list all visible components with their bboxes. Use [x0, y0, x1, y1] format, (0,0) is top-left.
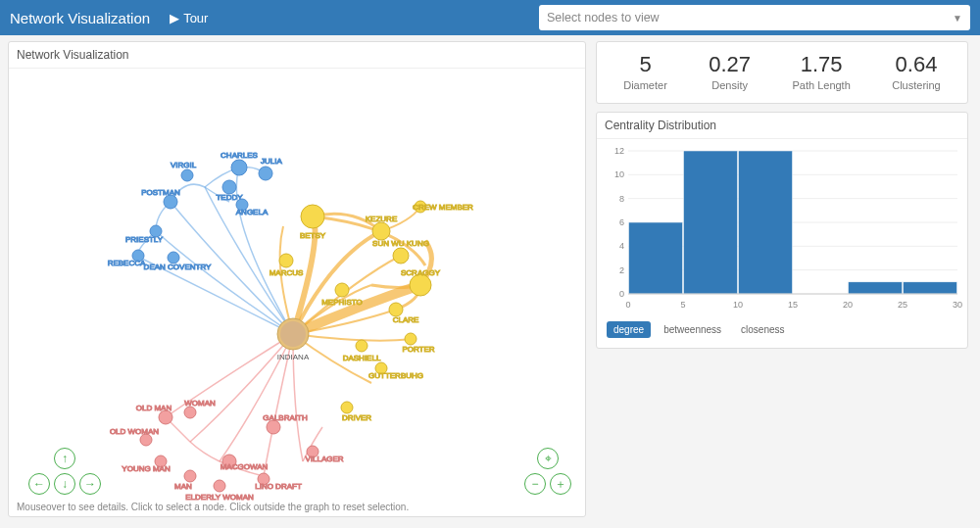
- svg-text:CHARLES: CHARLES: [220, 151, 258, 160]
- svg-text:DEAN COVENTRY: DEAN COVENTRY: [144, 263, 212, 271]
- svg-text:OLD WOMAN: OLD WOMAN: [110, 427, 159, 436]
- centrality-histogram: 024681012051015202530: [603, 145, 963, 312]
- zoom-in-button[interactable]: ＋: [550, 473, 571, 495]
- zoom-controls: ⌖ − ＋: [524, 448, 571, 495]
- svg-text:LINO DRAFT: LINO DRAFT: [255, 482, 302, 491]
- svg-point-42: [341, 402, 353, 413]
- svg-point-6: [222, 180, 236, 194]
- svg-text:DASHIELL: DASHIELL: [343, 354, 381, 362]
- graph-node[interactable]: GALBRAITH: [263, 413, 308, 434]
- graph-node[interactable]: MEPHISTO: [321, 283, 363, 307]
- graph-node[interactable]: DRIVER: [341, 402, 371, 422]
- graph-node[interactable]: BETSY: [300, 205, 326, 240]
- graph-node[interactable]: OLD MAN: [136, 404, 172, 424]
- graph-node[interactable]: MAN: [174, 470, 196, 491]
- graph-node[interactable]: POSTMAN: [141, 188, 180, 209]
- svg-point-34: [389, 303, 403, 316]
- svg-text:MARCUS: MARCUS: [270, 268, 304, 277]
- node-select-placeholder: Select nodes to view: [547, 11, 953, 24]
- svg-text:JULIA: JULIA: [261, 157, 282, 166]
- pan-left-button[interactable]: ←: [28, 473, 50, 495]
- svg-text:VIRGIL: VIRGIL: [171, 161, 197, 169]
- svg-text:PRIESTLY: PRIESTLY: [125, 235, 164, 244]
- graph-node[interactable]: DEAN COVENTRY: [144, 252, 212, 271]
- svg-text:POSTMAN: POSTMAN: [141, 188, 180, 197]
- fit-button[interactable]: ⌖: [537, 448, 559, 469]
- svg-text:10: 10: [733, 300, 743, 310]
- graph-node[interactable]: MARCUS: [270, 254, 304, 277]
- svg-text:CLARE: CLARE: [393, 315, 419, 324]
- svg-text:DRIVER: DRIVER: [342, 413, 371, 422]
- page-title: Network Visualization: [10, 10, 150, 26]
- svg-rect-80: [739, 151, 793, 294]
- svg-text:MACGOWAN: MACGOWAN: [220, 462, 269, 471]
- metric-degree-tab[interactable]: degree: [607, 321, 651, 338]
- chevron-down-icon: ▼: [953, 13, 962, 24]
- node-label: INDIANA: [277, 353, 310, 361]
- play-icon: ▶: [170, 11, 179, 25]
- svg-point-8: [181, 169, 193, 181]
- tour-button[interactable]: ▶ Tour: [170, 11, 208, 25]
- svg-rect-81: [849, 282, 903, 294]
- graph-node-center[interactable]: INDIANA: [277, 318, 310, 361]
- svg-point-44: [159, 410, 172, 424]
- svg-text:SUN WU KUNG: SUN WU KUNG: [372, 239, 429, 248]
- graph-node[interactable]: TEDDY: [216, 180, 243, 202]
- tour-label: Tour: [183, 11, 208, 25]
- centrality-panel: Centrality Distribution 0246810120510152…: [596, 112, 968, 349]
- svg-text:BETSY: BETSY: [300, 231, 326, 240]
- svg-text:0: 0: [625, 300, 630, 310]
- svg-point-20: [301, 205, 324, 228]
- graph-node[interactable]: OLD WOMAN: [110, 427, 159, 446]
- fit-icon: ⌖: [545, 452, 552, 465]
- arrow-right-icon: →: [84, 477, 96, 491]
- graph-node[interactable]: YOUNG MAN: [122, 456, 171, 473]
- graph-node[interactable]: DASHIELL: [343, 340, 381, 362]
- svg-text:0: 0: [619, 289, 624, 299]
- metric-betweenness-tab[interactable]: betweenness: [657, 321, 728, 338]
- svg-point-1: [280, 321, 306, 347]
- minus-icon: −: [531, 477, 538, 491]
- svg-point-32: [410, 274, 431, 296]
- svg-point-2: [231, 160, 247, 175]
- graph-node[interactable]: VIRGIL: [171, 161, 197, 181]
- graph-node[interactable]: WOMAN: [184, 399, 216, 418]
- svg-text:REBECCA: REBECCA: [108, 259, 146, 267]
- node-select-dropdown[interactable]: Select nodes to view ▼: [539, 5, 970, 30]
- zoom-out-button[interactable]: −: [524, 473, 546, 495]
- svg-text:YOUNG MAN: YOUNG MAN: [122, 464, 171, 473]
- svg-point-12: [164, 195, 177, 209]
- graph-node[interactable]: CREW MEMBER: [413, 201, 473, 213]
- graph-node[interactable]: CHARLES: [220, 151, 258, 175]
- svg-text:25: 25: [898, 300, 907, 310]
- network-graph-canvas[interactable]: INDIANA CHARLES JULIA TEDDY VIRGIL ANGEL…: [9, 70, 585, 499]
- graph-node[interactable]: PRIESTLY: [125, 225, 164, 244]
- pan-down-button[interactable]: ↓: [54, 473, 75, 495]
- pan-up-button[interactable]: ↑: [54, 448, 75, 469]
- graph-node[interactable]: MACGOWAN: [220, 455, 269, 471]
- graph-node[interactable]: JULIA: [259, 157, 283, 180]
- stats-panel: 5 Diameter 0.27 Density 1.75 Path Length…: [596, 41, 968, 104]
- svg-text:12: 12: [614, 146, 624, 156]
- graph-node[interactable]: PORTER: [402, 333, 434, 354]
- svg-text:KEZURE: KEZURE: [366, 215, 397, 223]
- svg-point-26: [279, 254, 293, 267]
- graph-node[interactable]: LINO DRAFT: [255, 473, 302, 491]
- graph-node[interactable]: ANGELA: [236, 199, 269, 216]
- arrow-left-icon: ←: [33, 477, 45, 491]
- svg-text:2: 2: [619, 265, 624, 275]
- svg-text:PORTER: PORTER: [402, 345, 434, 354]
- graph-node[interactable]: GUTTERBUHG: [368, 362, 423, 380]
- svg-text:OLD MAN: OLD MAN: [136, 404, 172, 412]
- svg-text:8: 8: [619, 194, 624, 204]
- arrow-down-icon: ↓: [62, 477, 68, 491]
- svg-point-38: [356, 340, 368, 352]
- svg-text:GUTTERBUHG: GUTTERBUHG: [368, 371, 423, 380]
- graph-node[interactable]: ELDERLY WOMAN: [185, 480, 254, 501]
- graph-node[interactable]: REBECCA: [108, 250, 146, 267]
- pan-right-button[interactable]: →: [79, 473, 101, 495]
- svg-text:WOMAN: WOMAN: [184, 399, 216, 408]
- svg-rect-79: [684, 151, 738, 294]
- metric-closeness-tab[interactable]: closeness: [734, 321, 791, 338]
- graph-node[interactable]: VILLAGER: [305, 446, 343, 463]
